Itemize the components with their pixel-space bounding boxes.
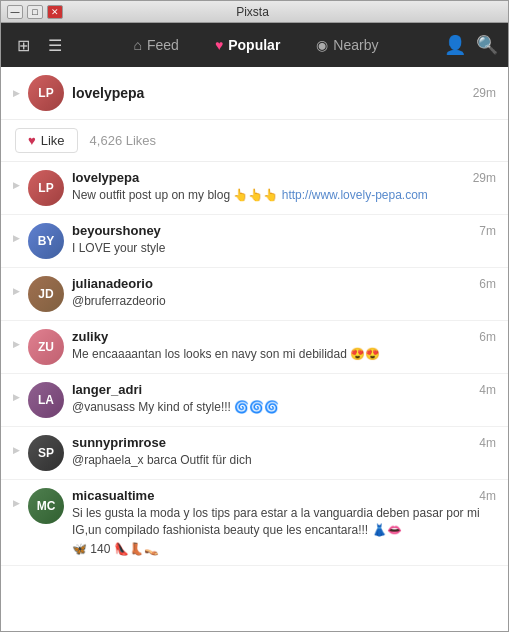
expand-arrow-icon[interactable]: ▶ [13,286,20,296]
comment-username[interactable]: langer_adri [72,382,142,397]
comment-item: ▶ BY beyourshoney 7m I LOVE your style [1,215,508,268]
expand-arrow-icon[interactable]: ▶ [13,88,20,98]
comment-item: ▶ JD julianadeorio 6m @bruferrazdeorio [1,268,508,321]
comment-body: beyourshoney 7m I LOVE your style [72,223,496,257]
expand-arrow-icon[interactable]: ▶ [13,339,20,349]
nav-right: 👤 🔍 [444,34,498,56]
comment-link[interactable]: http://www.lovely-pepa.com [282,188,428,202]
comment-avatar[interactable]: LP [28,170,64,206]
comment-body: sunnyprimrose 4m @raphaela_x barca Outfi… [72,435,496,469]
pin-icon: ◉ [316,37,328,53]
comment-time: 6m [479,277,496,291]
comment-text: @raphaela_x barca Outfit für dich [72,452,496,469]
comment-header: julianadeorio 6m [72,276,496,291]
comment-body: zuliky 6m Me encaaaantan los looks en na… [72,329,496,363]
comment-header: zuliky 6m [72,329,496,344]
main-content: ▶ LP lovelypepa 29m ♥ Like 4,626 Likes ▶… [1,67,508,632]
home-icon: ⌂ [134,37,142,53]
comment-time: 4m [479,489,496,503]
comment-body: julianadeorio 6m @bruferrazdeorio [72,276,496,310]
comment-time: 7m [479,224,496,238]
comment-time: 4m [479,383,496,397]
comment-username[interactable]: lovelypepa [72,170,139,185]
comment-text: I LOVE your style [72,240,496,257]
grid-icon[interactable]: ⊞ [11,32,36,59]
comment-username[interactable]: beyourshoney [72,223,161,238]
nav-items: ⌂ Feed ♥ Popular ◉ Nearby [74,33,438,57]
post-header: ▶ LP lovelypepa 29m [1,67,508,120]
like-button[interactable]: ♥ Like [15,128,78,153]
expand-arrow-icon[interactable]: ▶ [13,445,20,455]
expand-arrow-icon[interactable]: ▶ [13,498,20,508]
comment-item: ▶ LA langer_adri 4m @vanusass My kind of… [1,374,508,427]
like-count: 4,626 Likes [90,133,157,148]
minimize-button[interactable]: — [7,5,23,19]
comment-text: @vanusass My kind of style!!! 🌀🌀🌀 [72,399,496,416]
like-heart-icon: ♥ [28,133,36,148]
comment-username[interactable]: sunnyprimrose [72,435,166,450]
close-button[interactable]: ✕ [47,5,63,19]
feed-label: Feed [147,37,179,53]
like-label: Like [41,133,65,148]
comment-body: micasualtime 4m Si les gusta la moda y l… [72,488,496,557]
comment-subtext: 🦋 140 👠👢👡 [72,541,496,558]
comment-avatar[interactable]: SP [28,435,64,471]
comment-avatar[interactable]: ZU [28,329,64,365]
comment-item: ▶ LP lovelypepa 29m New outfit post up o… [1,162,508,215]
comment-text: New outfit post up on my blog 👆👆👆 http:/… [72,187,496,204]
comment-header: lovelypepa 29m [72,170,496,185]
comment-item: ▶ SP sunnyprimrose 4m @raphaela_x barca … [1,427,508,480]
heart-icon: ♥ [215,37,223,53]
comment-text: Si les gusta la moda y los tips para est… [72,505,496,539]
window-controls[interactable]: — □ ✕ [7,5,63,19]
menu-icon[interactable]: ☰ [42,32,68,59]
comment-header: micasualtime 4m [72,488,496,503]
comment-time: 29m [473,171,496,185]
expand-arrow-icon[interactable]: ▶ [13,392,20,402]
comment-text: @bruferrazdeorio [72,293,496,310]
comment-avatar[interactable]: JD [28,276,64,312]
comment-item: ▶ MC micasualtime 4m Si les gusta la mod… [1,480,508,566]
profile-icon[interactable]: 👤 [444,34,466,56]
like-bar: ♥ Like 4,626 Likes [1,120,508,162]
comment-time: 6m [479,330,496,344]
post-header-left: ▶ LP lovelypepa [13,75,144,111]
comment-body: langer_adri 4m @vanusass My kind of styl… [72,382,496,416]
search-icon[interactable]: 🔍 [476,34,498,56]
window-title: Pixsta [63,5,442,19]
comment-username[interactable]: micasualtime [72,488,154,503]
popular-label: Popular [228,37,280,53]
comment-header: langer_adri 4m [72,382,496,397]
expand-arrow-icon[interactable]: ▶ [13,233,20,243]
maximize-button[interactable]: □ [27,5,43,19]
post-time: 29m [473,86,496,100]
nav-nearby[interactable]: ◉ Nearby [308,33,386,57]
expand-arrow-icon[interactable]: ▶ [13,180,20,190]
post-avatar[interactable]: LP [28,75,64,111]
comment-username[interactable]: julianadeorio [72,276,153,291]
comment-username[interactable]: zuliky [72,329,108,344]
comment-header: sunnyprimrose 4m [72,435,496,450]
nearby-label: Nearby [333,37,378,53]
comment-item: ▶ ZU zuliky 6m Me encaaaantan los looks … [1,321,508,374]
nav-feed[interactable]: ⌂ Feed [126,33,187,57]
nav-popular[interactable]: ♥ Popular [207,33,288,57]
comment-avatar[interactable]: LA [28,382,64,418]
post-username[interactable]: lovelypepa [72,85,144,101]
nav-bar: ⊞ ☰ ⌂ Feed ♥ Popular ◉ Nearby 👤 🔍 [1,23,508,67]
comment-header: beyourshoney 7m [72,223,496,238]
comment-avatar[interactable]: MC [28,488,64,524]
comment-time: 4m [479,436,496,450]
comment-avatar[interactable]: BY [28,223,64,259]
comments-list: ▶ LP lovelypepa 29m New outfit post up o… [1,162,508,566]
comment-body: lovelypepa 29m New outfit post up on my … [72,170,496,204]
comment-text: Me encaaaantan los looks en navy son mi … [72,346,496,363]
title-bar: — □ ✕ Pixsta [1,1,508,23]
